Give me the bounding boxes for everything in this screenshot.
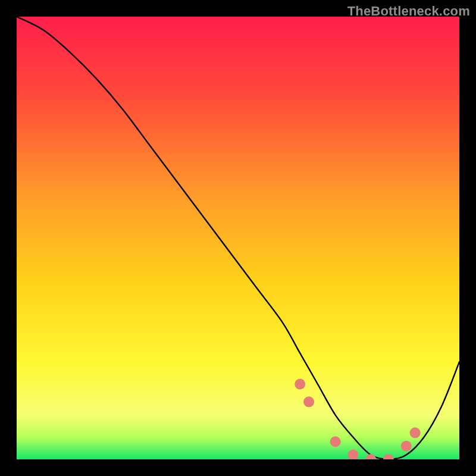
data-marker	[303, 396, 314, 407]
watermark-text: TheBottleneck.com	[347, 4, 470, 19]
data-marker	[401, 441, 412, 452]
data-marker	[295, 379, 305, 390]
plot-area	[17, 17, 459, 459]
chart-frame: TheBottleneck.com	[0, 0, 476, 476]
data-marker	[410, 427, 421, 438]
data-marker	[330, 436, 341, 447]
gradient-background	[17, 17, 459, 459]
bottleneck-curve-chart	[17, 17, 459, 459]
